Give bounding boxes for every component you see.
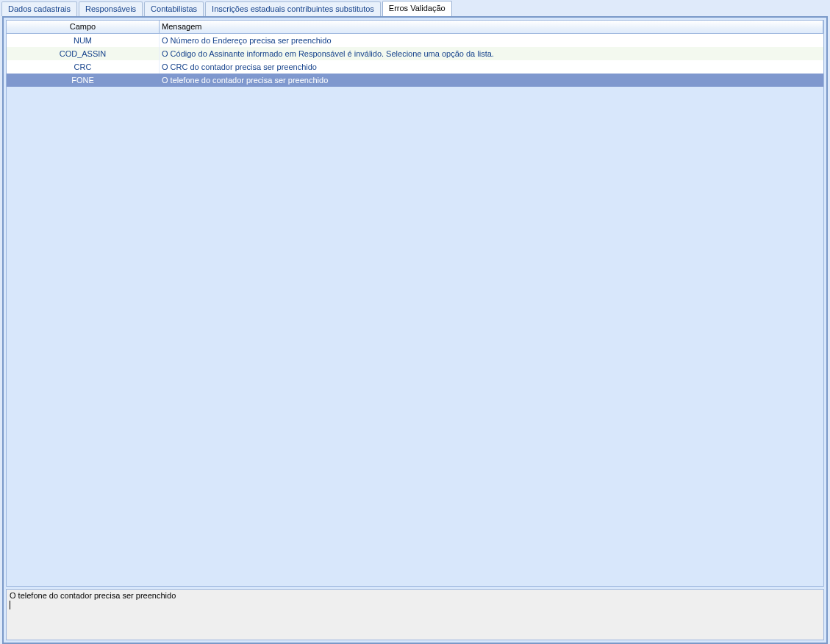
tab-2[interactable]: Contabilistas <box>144 1 204 16</box>
validation-table: Campo Mensagem NUMO Número do Endereço p… <box>6 20 824 587</box>
detail-textarea[interactable]: O telefone do contador precisa ser preen… <box>6 589 824 640</box>
tab-content: Campo Mensagem NUMO Número do Endereço p… <box>2 16 828 644</box>
column-header-campo[interactable]: Campo <box>7 21 160 33</box>
table-header: Campo Mensagem <box>7 21 823 34</box>
text-cursor <box>10 601 10 609</box>
cell-mensagem: O telefone do contador precisa ser preen… <box>160 74 823 87</box>
cell-campo: FONE <box>7 74 160 87</box>
cell-mensagem: O Número do Endereço precisa ser preench… <box>160 34 823 47</box>
table-row[interactable]: NUMO Número do Endereço precisa ser pree… <box>7 34 823 47</box>
tab-3[interactable]: Inscrições estaduais contribuintes subst… <box>205 1 381 16</box>
table-body: NUMO Número do Endereço precisa ser pree… <box>7 34 823 586</box>
cell-campo: NUM <box>7 34 160 47</box>
table-row[interactable]: COD_ASSINO Código do Assinante informado… <box>7 47 823 60</box>
column-header-mensagem[interactable]: Mensagem <box>160 21 823 33</box>
table-row[interactable]: CRCO CRC do contador precisa ser preench… <box>7 60 823 74</box>
cell-mensagem: O CRC do contador precisa ser preenchido <box>160 60 823 74</box>
tab-4[interactable]: Erros Validação <box>382 1 452 16</box>
cell-mensagem: O Código do Assinante informado em Respo… <box>160 47 823 60</box>
detail-text: O telefone do contador precisa ser preen… <box>10 591 176 600</box>
tab-1[interactable]: Responsáveis <box>79 1 143 16</box>
table-row[interactable]: FONEO telefone do contador precisa ser p… <box>7 74 823 87</box>
cell-campo: CRC <box>7 60 160 74</box>
tab-bar: Dados cadastraisResponsáveisContabilista… <box>0 0 830 16</box>
cell-campo: COD_ASSIN <box>7 47 160 60</box>
tab-0[interactable]: Dados cadastrais <box>1 1 77 16</box>
